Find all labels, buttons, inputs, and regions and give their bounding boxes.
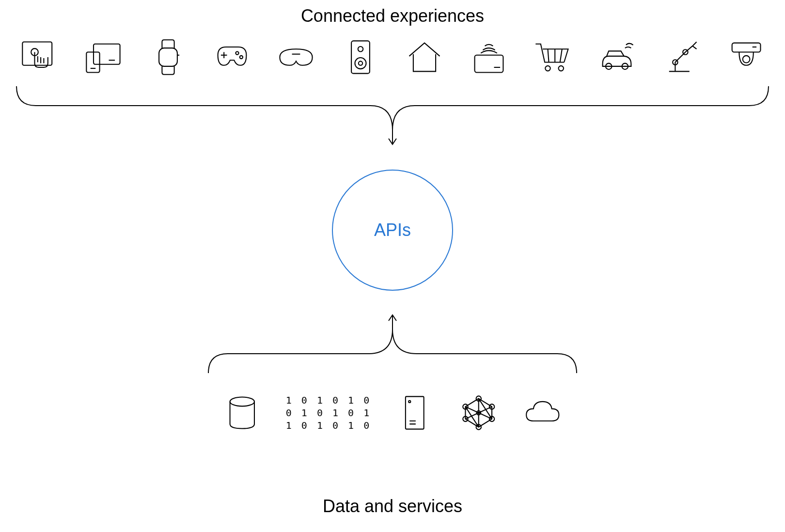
home-icon (404, 37, 445, 78)
devices-icon (83, 37, 124, 78)
connected-car-icon (597, 37, 637, 78)
svg-point-35 (409, 401, 411, 403)
svg-point-14 (358, 47, 363, 52)
data-and-services-title: Data and services (323, 496, 462, 516)
svg-point-31 (230, 397, 254, 406)
top-icon-row (19, 37, 766, 78)
touchscreen-icon (19, 37, 60, 78)
vr-headset-icon (276, 37, 316, 78)
shopping-cart-icon (533, 37, 573, 78)
smartwatch-icon (148, 37, 188, 78)
svg-rect-17 (474, 55, 503, 73)
apis-label: APIs (374, 220, 411, 240)
database-icon (222, 392, 263, 433)
cloud-icon (522, 392, 563, 433)
robot-arm-icon (661, 37, 702, 78)
svg-point-23 (558, 66, 564, 71)
contactless-payment-icon (469, 37, 509, 78)
svg-point-16 (359, 61, 362, 65)
gamepad-icon (212, 37, 252, 78)
svg-point-29 (743, 56, 750, 63)
svg-point-11 (240, 56, 243, 59)
svg-rect-6 (159, 48, 177, 66)
top-bracket (12, 86, 773, 149)
svg-rect-2 (94, 44, 120, 64)
speaker-icon (340, 37, 381, 78)
apis-circle: APIs (332, 170, 453, 291)
binary-data-icon: 1 0 1 0 1 0 0 1 0 1 0 1 1 0 1 0 1 0 (286, 392, 371, 433)
network-graph-icon (458, 392, 499, 433)
svg-point-10 (236, 51, 238, 54)
bottom-bracket (204, 310, 581, 373)
bottom-icon-row: 1 0 1 0 1 0 0 1 0 1 0 1 1 0 1 0 1 0 (222, 392, 563, 433)
svg-rect-28 (732, 43, 761, 52)
svg-point-15 (355, 58, 366, 69)
server-icon (394, 392, 435, 433)
svg-point-22 (545, 66, 550, 71)
connected-experiences-title: Connected experiences (301, 6, 484, 26)
svg-line-19 (548, 49, 549, 62)
binary-text: 1 0 1 0 1 0 0 1 0 1 0 1 1 0 1 0 1 0 (286, 394, 371, 432)
svg-line-21 (560, 49, 562, 62)
security-camera-icon (725, 37, 766, 78)
